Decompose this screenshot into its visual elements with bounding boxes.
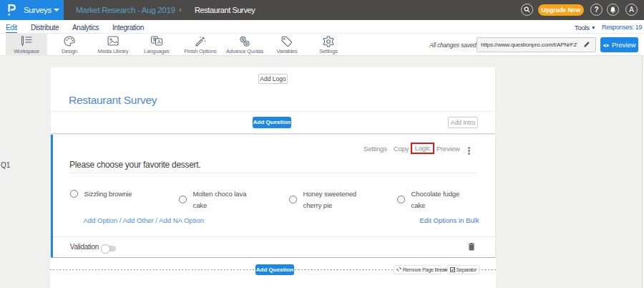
svg-text:A: A (157, 39, 161, 45)
